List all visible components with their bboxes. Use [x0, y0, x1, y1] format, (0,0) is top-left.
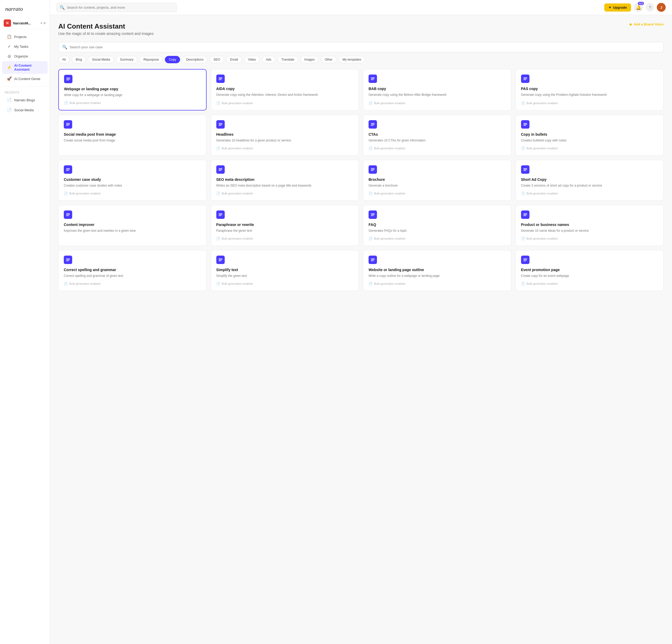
card-bulk-pas-copy: 📄 Bulk generation enabled — [521, 101, 658, 105]
filter-chip-summary[interactable]: Summary — [116, 56, 137, 63]
recent-item-narrato-blogs[interactable]: 📄 Narrato Blogs — [2, 95, 48, 105]
filter-chip-blog[interactable]: Blog — [72, 56, 86, 63]
bulk-icon-headlines: 📄 — [216, 146, 220, 150]
main-nav: 📋 Projects ✓ My Tasks ◎ Organize ⚡ AI Co… — [0, 31, 50, 85]
card-ctas[interactable]: CTAs Generates 10 CTAs for given informa… — [363, 115, 511, 156]
svg-rect-28 — [219, 168, 222, 169]
card-icon-correct-spelling-grammar — [64, 256, 72, 264]
svg-rect-44 — [371, 215, 375, 215]
user-avatar-button[interactable]: J — [657, 3, 666, 12]
filter-chip-images[interactable]: Images — [300, 56, 319, 63]
card-bulk-customer-case-study: 📄 Bulk generation enabled — [64, 192, 201, 195]
card-seo-meta-description[interactable]: SEO meta description Writes an SEO meta … — [211, 160, 359, 201]
topbar-right: ✦ Upgrade 🔔 412 ? J — [604, 3, 666, 12]
svg-rect-33 — [371, 170, 373, 171]
card-event-promotion-page[interactable]: Event promotion page Create copy for an … — [516, 250, 664, 291]
filter-chip-repurpose[interactable]: Repurpose — [140, 56, 163, 63]
card-paraphrase-rewrite[interactable]: Paraphrase or rewrite Paraphrase the giv… — [211, 205, 359, 246]
card-bulk-webpage-landing-page: 📄 Bulk generation enabled — [64, 101, 201, 105]
card-title-social-media-post-from-image: Social media post from image — [64, 132, 201, 136]
card-webpage-landing-page[interactable]: Webpage or landing page copy Write copy … — [58, 69, 207, 110]
card-faq[interactable]: FAQ Generates FAQs for a topic 📄 Bulk ge… — [363, 205, 511, 246]
card-desc-simplify-text: Simplify the given text — [216, 274, 353, 278]
card-bulk-correct-spelling-grammar: 📄 Bulk generation enabled — [64, 282, 201, 285]
card-title-website-landing-page-outline: Website or landing page outline — [369, 268, 506, 272]
card-aida-copy[interactable]: AIDA copy Generate copy using the Attent… — [211, 69, 359, 110]
sidebar-item-ai-content-assistant[interactable]: ⚡ AI Content Assistant — [2, 61, 48, 74]
svg-rect-17 — [219, 124, 222, 125]
filter-chip-translate[interactable]: Translate — [277, 56, 299, 63]
add-brand-voice-button[interactable]: ◆ Add a Brand Voice — [629, 22, 664, 26]
page-subtitle: Use the magic of AI to create amazing co… — [58, 32, 154, 36]
card-website-landing-page-outline[interactable]: Website or landing page outline Write a … — [363, 250, 511, 291]
global-search[interactable]: 🔍 — [56, 3, 177, 12]
sidebar: narrato N NarratoM... ▾ ⚙ 📋 Projects ✓ M… — [0, 0, 50, 644]
search-icon: 🔍 — [60, 5, 65, 10]
filter-chip-video[interactable]: Video — [244, 56, 260, 63]
nav-icon-organize: ◎ — [7, 54, 12, 59]
svg-rect-36 — [524, 170, 526, 171]
filter-chip-copy[interactable]: Copy — [165, 56, 180, 63]
nav-icon-projects: 📋 — [7, 34, 12, 39]
content-search[interactable]: 🔍 — [58, 42, 664, 52]
sidebar-item-my-tasks[interactable]: ✓ My Tasks — [2, 42, 48, 51]
sidebar-item-organize[interactable]: ◎ Organize — [2, 51, 48, 61]
bulk-label-paraphrase-rewrite: Bulk generation enabled — [222, 237, 253, 240]
bulk-label-webpage-landing-page: Bulk generation enabled — [70, 101, 101, 105]
recent-icon-narrato-blogs: 📄 — [7, 98, 12, 102]
card-bulk-event-promotion-page: 📄 Bulk generation enabled — [521, 282, 658, 285]
card-icon-social-media-post-from-image — [64, 120, 72, 129]
svg-rect-32 — [371, 169, 375, 170]
page-header: AI Content Assistant Use the magic of AI… — [58, 22, 664, 36]
card-social-media-post-from-image[interactable]: Social media post from image Create soci… — [58, 115, 207, 156]
card-short-ad-copy[interactable]: Short Ad Copy Create 3 versions of short… — [516, 160, 664, 201]
svg-rect-13 — [66, 123, 70, 124]
card-correct-spelling-grammar[interactable]: Correct spelling and grammar Correct spe… — [58, 250, 207, 291]
card-icon-pas-copy — [521, 74, 529, 83]
sidebar-item-projects[interactable]: 📋 Projects — [2, 32, 48, 41]
svg-rect-48 — [524, 216, 526, 216]
card-simplify-text[interactable]: Simplify text Simplify the given text 📄 … — [211, 250, 359, 291]
filter-chip-other[interactable]: Other — [321, 56, 337, 63]
help-button[interactable]: ? — [646, 3, 654, 12]
workspace-settings-icon[interactable]: ⚙ — [43, 22, 46, 25]
bulk-icon-seo-meta-description: 📄 — [216, 192, 220, 195]
notification-badge: 412 — [638, 2, 644, 5]
content-search-input[interactable] — [70, 45, 660, 49]
card-pas-copy[interactable]: PAS copy Generate copy using the Problem… — [516, 69, 664, 110]
filter-chip-my-templates[interactable]: My templates — [339, 56, 365, 63]
card-product-business-names[interactable]: Product or business names Generate 10 na… — [516, 205, 664, 246]
card-headlines[interactable]: Headlines Generates 10 headlines for a g… — [211, 115, 359, 156]
card-desc-faq: Generates FAQs for a topic — [369, 228, 506, 233]
filter-chip-email[interactable]: Email — [226, 56, 242, 63]
bulk-icon-simplify-text: 📄 — [216, 282, 220, 285]
filter-chip-social-media[interactable]: Social Media — [88, 56, 114, 63]
card-bulk-product-business-names: 📄 Bulk generation enabled — [521, 237, 658, 240]
card-bab-copy[interactable]: BAB copy Generate copy using the Before-… — [363, 69, 511, 110]
filter-chip-seo[interactable]: SEO — [209, 56, 224, 63]
card-brochure[interactable]: Brochure Generate a brochure 📄 Bulk gene… — [363, 160, 511, 201]
bulk-icon-webpage-landing-page: 📄 — [64, 101, 68, 105]
filter-chip-ads[interactable]: Ads — [262, 56, 275, 63]
global-search-input[interactable] — [67, 5, 173, 10]
card-customer-case-study[interactable]: Customer case study Creates customer cas… — [58, 160, 207, 201]
card-content-improver[interactable]: Content improver Improves the given text… — [58, 205, 207, 246]
filter-chip-descriptions[interactable]: Descriptions — [182, 56, 207, 63]
upgrade-button[interactable]: ✦ Upgrade — [604, 3, 631, 12]
notifications-button[interactable]: 🔔 412 — [634, 3, 643, 12]
card-title-faq: FAQ — [369, 222, 506, 227]
workspace-selector[interactable]: N NarratoM... ▾ ⚙ — [0, 17, 50, 29]
upgrade-icon: ✦ — [609, 5, 611, 10]
nav-icon-ai-content-genie: 🚀 — [7, 76, 12, 81]
card-title-seo-meta-description: SEO meta description — [216, 178, 353, 182]
svg-rect-29 — [219, 169, 222, 170]
svg-rect-10 — [524, 77, 527, 78]
recent-item-social-media[interactable]: 📄 Social Media — [2, 105, 48, 115]
svg-rect-31 — [371, 168, 375, 169]
workspace-chevron[interactable]: ▾ — [41, 22, 42, 25]
sidebar-item-ai-content-genie[interactable]: 🚀 AI Content Genie — [2, 74, 48, 83]
card-copy-in-bullets[interactable]: Copy in bullets Creates bulleted copy wi… — [516, 115, 664, 156]
filter-chip-all[interactable]: All — [58, 56, 70, 63]
nav-icon-ai-content-assistant: ⚡ — [7, 65, 12, 70]
svg-rect-30 — [219, 170, 221, 171]
